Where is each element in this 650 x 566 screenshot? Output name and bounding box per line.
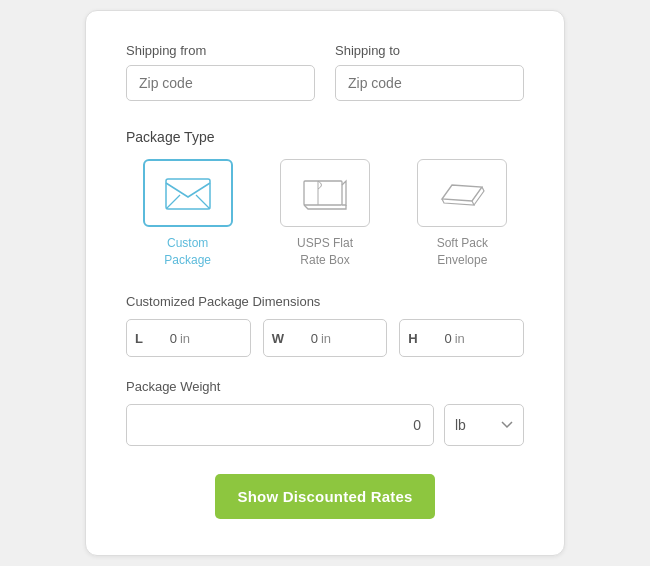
width-unit: in [321, 331, 331, 346]
weight-unit-select[interactable]: lb kg oz [444, 404, 524, 446]
shipping-from-label: Shipping from [126, 43, 315, 58]
length-field: L in [126, 319, 251, 357]
package-option-softpack[interactable]: Soft PackEnvelope [401, 159, 524, 269]
shipping-to-field: Shipping to [335, 43, 524, 101]
package-type-label: Package Type [126, 129, 524, 145]
package-option-usps[interactable]: USPS FlatRate Box [263, 159, 386, 269]
shipping-from-input[interactable] [126, 65, 315, 101]
weight-input-wrap [126, 404, 434, 446]
usps-package-label: USPS FlatRate Box [297, 235, 353, 269]
shipping-row: Shipping from Shipping to [126, 43, 524, 101]
dimensions-label: Customized Package Dimensions [126, 294, 524, 309]
show-rates-button[interactable]: Show Discounted Rates [215, 474, 435, 519]
package-type-row: CustomPackage USPS FlatRate Box [126, 159, 524, 269]
dimensions-row: L in W in H in [126, 319, 524, 357]
usps-package-icon [299, 171, 351, 215]
height-input[interactable] [424, 331, 452, 346]
length-input[interactable] [149, 331, 177, 346]
height-field: H in [399, 319, 524, 357]
weight-row: lb kg oz [126, 404, 524, 446]
height-letter: H [408, 331, 417, 346]
shipping-to-input[interactable] [335, 65, 524, 101]
shipping-from-field: Shipping from [126, 43, 315, 101]
width-letter: W [272, 331, 284, 346]
weight-input[interactable] [139, 417, 421, 433]
width-field: W in [263, 319, 388, 357]
height-unit: in [455, 331, 465, 346]
usps-package-icon-box [280, 159, 370, 227]
dimensions-section: Customized Package Dimensions L in W in … [126, 294, 524, 357]
custom-package-icon [162, 171, 214, 215]
weight-label: Package Weight [126, 379, 524, 394]
custom-package-label: CustomPackage [164, 235, 211, 269]
shipping-to-label: Shipping to [335, 43, 524, 58]
softpack-label: Soft PackEnvelope [437, 235, 488, 269]
weight-section: Package Weight lb kg oz [126, 379, 524, 446]
softpack-envelope-icon [436, 171, 488, 215]
softpack-icon-box [417, 159, 507, 227]
svg-rect-0 [166, 179, 210, 209]
width-input[interactable] [290, 331, 318, 346]
shipping-form: Shipping from Shipping to Package Type C… [85, 10, 565, 557]
length-unit: in [180, 331, 190, 346]
package-option-custom[interactable]: CustomPackage [126, 159, 249, 269]
custom-package-icon-box [143, 159, 233, 227]
length-letter: L [135, 331, 143, 346]
svg-rect-1 [304, 181, 342, 205]
